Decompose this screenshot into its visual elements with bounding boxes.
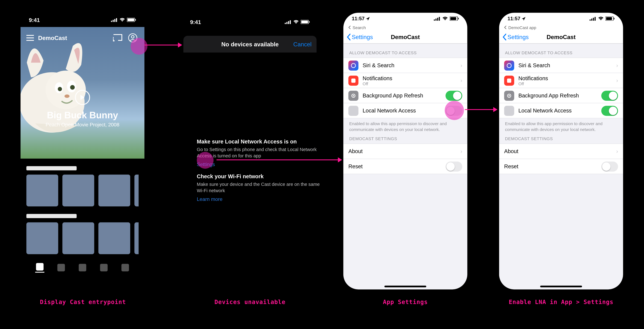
row-reset[interactable]: Reset: [343, 159, 467, 174]
chevron-right-icon: ›: [460, 62, 462, 69]
row-background-refresh[interactable]: Background App Refresh: [499, 88, 623, 103]
network-icon: [504, 106, 514, 116]
gear-icon: [348, 91, 358, 101]
row-background-refresh[interactable]: Background App Refresh: [343, 88, 467, 103]
phone-settings-lna-off: 11:57 Search Settings DemoCast ALLOW DEM…: [343, 13, 467, 289]
svg-rect-25: [301, 21, 308, 24]
toggle-background-refresh[interactable]: [601, 91, 618, 101]
signal-icon: [434, 17, 440, 21]
page-title: DemoCast: [391, 34, 420, 40]
cancel-button[interactable]: Cancel: [293, 41, 312, 48]
chevron-left-icon: [348, 26, 351, 29]
home-indicator[interactable]: [499, 286, 623, 287]
learn-more-link[interactable]: Learn more: [197, 196, 322, 202]
breadcrumb[interactable]: Search: [343, 25, 467, 30]
nav-bar: Settings DemoCast: [343, 30, 467, 44]
thumbnail-row[interactable]: [26, 175, 138, 206]
notifications-icon: [504, 76, 514, 86]
svg-rect-39: [591, 19, 592, 21]
hero: DemoCast Big Buck Bunny Peach Open Movie…: [20, 27, 144, 159]
chevron-right-icon: ›: [616, 62, 618, 69]
thumbnail[interactable]: [134, 222, 139, 254]
tab-4[interactable]: [99, 264, 108, 271]
play-button[interactable]: [75, 90, 90, 105]
toggle-local-network-access[interactable]: [601, 106, 618, 116]
flow-arrow: [465, 107, 498, 113]
toggle-background-refresh[interactable]: [446, 91, 462, 101]
location-icon: [366, 17, 370, 21]
thumbnail[interactable]: [62, 222, 94, 254]
thumbnail[interactable]: [62, 175, 94, 206]
hero-artwork: [20, 40, 121, 149]
page-title: DemoCast: [546, 34, 576, 40]
svg-point-45: [507, 63, 511, 68]
back-button[interactable]: Settings: [502, 34, 529, 40]
row-siri-search[interactable]: Siri & Search ›: [343, 58, 467, 73]
toggle-reset[interactable]: [601, 161, 618, 171]
wifi-icon: [598, 17, 604, 21]
breadcrumb[interactable]: DemoCast app: [499, 25, 623, 30]
tab-2[interactable]: [56, 264, 66, 271]
cast-button[interactable]: [112, 32, 124, 44]
svg-rect-44: [614, 18, 614, 20]
tab-5[interactable]: [120, 264, 130, 271]
wifi-icon: [119, 18, 125, 22]
status-icons: [434, 17, 459, 21]
svg-rect-43: [606, 17, 612, 20]
svg-rect-26: [309, 21, 310, 23]
section-header-app-settings: DEMOCAST SETTINGS: [499, 132, 623, 144]
hero-title: Big Buck Bunny: [20, 110, 144, 121]
tab-home[interactable]: [35, 263, 44, 272]
row-about[interactable]: About ›: [499, 144, 623, 159]
thumbnail[interactable]: [26, 222, 58, 254]
section-header-access: ALLOW DEMOCAST TO ACCESS: [499, 44, 623, 58]
cast-icon: [113, 34, 122, 42]
row-siri-search[interactable]: Siri & Search ›: [499, 58, 623, 73]
flow-arrow: [144, 42, 182, 48]
app-title: DemoCast: [38, 35, 67, 41]
help-wifi-body: Make sure your device and the Cast devic…: [197, 181, 322, 194]
status-bar: 9:41: [20, 13, 144, 27]
svg-rect-5: [128, 18, 134, 21]
svg-point-34: [352, 63, 356, 68]
siri-icon: [504, 60, 514, 70]
home-indicator[interactable]: [343, 286, 467, 287]
time: 11:57: [352, 16, 370, 22]
thumbnail[interactable]: [26, 175, 58, 206]
svg-rect-32: [450, 17, 456, 20]
battery-icon: [606, 17, 614, 21]
thumbnail[interactable]: [98, 222, 130, 254]
svg-rect-40: [593, 18, 594, 21]
row-reset[interactable]: Reset: [499, 159, 623, 174]
nav-bar: Settings DemoCast: [499, 30, 623, 44]
lna-footnote: Enabled to allow this app permission to …: [499, 118, 623, 132]
battery-icon: [450, 17, 459, 21]
svg-rect-14: [26, 35, 34, 36]
back-button[interactable]: Settings: [347, 34, 373, 40]
sheet-header: No devices available Cancel: [184, 36, 317, 53]
help-lna-title: Make sure Local Network Access is on: [197, 139, 322, 145]
caption: App Settings: [343, 299, 467, 305]
thumbnail[interactable]: [134, 175, 139, 206]
svg-rect-35: [352, 78, 356, 83]
chevron-left-icon: [502, 34, 507, 40]
thumbnail-row[interactable]: [26, 222, 138, 254]
svg-rect-22: [288, 21, 289, 24]
status-bar: 9:41: [181, 15, 319, 29]
wifi-icon: [442, 17, 448, 21]
thumbnail[interactable]: [98, 175, 130, 206]
panel-devices-unavailable: 9:41 No devices available Cancel Make su…: [181, 15, 319, 279]
svg-point-17: [113, 40, 114, 42]
svg-rect-28: [436, 19, 436, 21]
row-about[interactable]: About ›: [343, 144, 467, 159]
status-bar: 11:57: [499, 13, 623, 25]
tab-3[interactable]: [78, 264, 87, 271]
toggle-reset[interactable]: [446, 161, 462, 171]
row-local-network-access[interactable]: Local Network Access: [499, 103, 623, 118]
row-notifications[interactable]: NotificationsOff ›: [499, 73, 623, 88]
svg-rect-46: [507, 78, 511, 83]
svg-point-11: [58, 87, 62, 91]
row-notifications[interactable]: NotificationsOff ›: [343, 73, 467, 88]
time: 9:41: [190, 19, 201, 25]
hamburger-icon[interactable]: [26, 35, 34, 41]
